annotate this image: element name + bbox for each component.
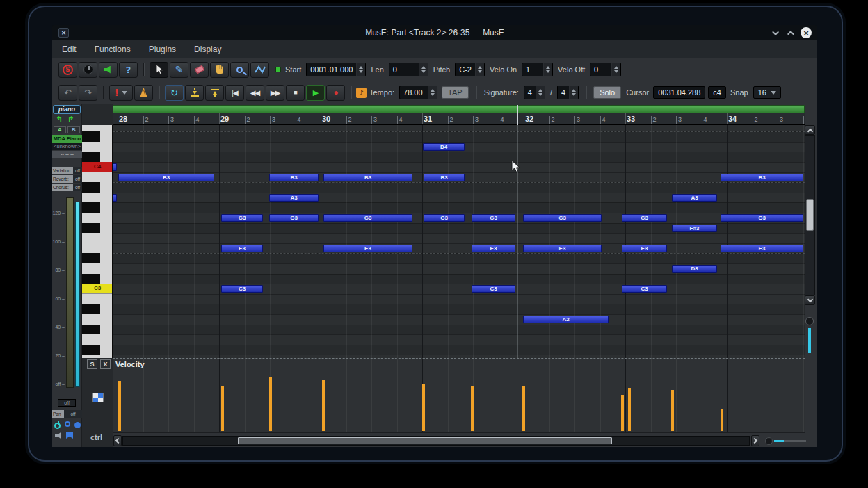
piano-key-D4[interactable] [82,142,113,152]
piano-key-G#3[interactable] [82,202,113,213]
dot-icon[interactable] [74,422,81,428]
vzoom-slider[interactable] [808,328,811,353]
note-E3[interactable]: E3 [221,245,263,252]
note-G3[interactable]: G3 [472,214,515,222]
velocity-x-button[interactable]: X [100,359,111,369]
piano-key-E3[interactable] [82,243,113,254]
maximize-icon[interactable] [787,30,794,37]
part-name-box[interactable]: piano [53,105,81,114]
spinner-arrows-icon[interactable] [543,63,552,76]
b-button[interactable]: B [67,126,80,133]
menu-functions[interactable]: Functions [95,44,131,54]
piano-key-G2[interactable] [82,334,113,345]
piano-key-A#3[interactable] [82,182,113,193]
note-A3[interactable]: A3 [672,194,717,202]
piano-key-C#4[interactable] [82,152,113,162]
piano-key-A3[interactable] [82,193,113,203]
spinner-arrows-icon[interactable] [428,86,437,99]
piano-key-D#4[interactable] [82,131,113,142]
hzoom-knob[interactable] [765,437,773,445]
titlebar[interactable]: × MusE: Part <Track 2> 26-35 — MusE × [52,25,817,40]
hscroll-right-button[interactable] [751,435,760,446]
velocity-bar[interactable] [269,377,272,431]
velo-on-spinbox[interactable]: 1 [522,63,553,76]
piano-key-B3[interactable] [82,172,113,183]
piano-key-D3[interactable] [82,263,113,274]
note-G3[interactable]: G3 [424,214,465,222]
punch-out-button[interactable] [205,85,224,101]
velocity-s-button[interactable]: S [87,359,97,369]
eraser-tool-button[interactable] [190,62,209,78]
stop-button[interactable]: ■ [286,85,305,101]
tempo-spinbox[interactable]: 78.00 [399,86,437,99]
len-spinbox[interactable]: 0 [389,63,428,76]
note-C4[interactable] [113,163,117,171]
velocity-bar[interactable] [721,409,723,431]
vzoom-knob[interactable] [805,317,814,325]
sig-num-spinbox[interactable]: 4 [524,86,545,99]
spinner-arrows-icon[interactable] [356,63,365,76]
note-E3[interactable]: E3 [721,245,803,252]
spinner-arrows-icon[interactable] [569,86,578,99]
piano-key-C3[interactable]: C3 [82,284,113,294]
piano-key-A#2[interactable] [82,304,113,314]
controller-row-variation[interactable]: Variation off [52,167,82,174]
panic-button[interactable]: ! [109,85,133,101]
piano-key-F3[interactable] [82,233,113,243]
punch-in-button[interactable] [185,85,204,101]
patch-name[interactable]: <unknown> [52,143,82,150]
velocity-bar[interactable] [221,386,224,431]
velocity-bar[interactable] [522,386,525,431]
note-B3[interactable]: B3 [118,174,214,181]
timeline-ruler[interactable]: 28234292343023431234322343323434234 [113,113,805,125]
note-E3[interactable]: E3 [523,245,602,252]
volume-slider[interactable] [75,202,80,387]
pan-tool-button[interactable] [210,62,229,78]
midi-thru-button[interactable] [79,62,97,78]
velo-off-spinbox[interactable]: 0 [590,63,621,76]
note-A3[interactable]: A3 [269,194,319,202]
whatsthis-button[interactable]: ? [119,62,138,78]
piano-key-F#2[interactable] [82,345,113,355]
ring-icon[interactable] [65,421,70,427]
controller-row-reverb[interactable]: Reverb: off [52,175,82,183]
piano-key-D#3[interactable] [82,253,113,263]
rewind-button[interactable]: ◀◀ [246,85,264,101]
tempo-master-icon[interactable]: ♪ [356,88,367,98]
volume-off-box[interactable]: off [58,399,76,407]
spinner-arrows-icon[interactable] [475,63,484,76]
note-C3[interactable]: C3 [622,285,667,293]
note-A3[interactable] [113,194,117,202]
start-spinbox[interactable]: 0001.01.000 [306,63,366,76]
next-part-arrow-icon[interactable]: ↱ [67,115,74,124]
hscroll-left-button[interactable] [113,435,122,446]
pitch-spinbox[interactable]: C-2 [455,63,485,76]
forward-button[interactable]: ▶▶ [266,85,284,101]
note-G3[interactable]: G3 [622,214,667,222]
mute-speaker-icon[interactable] [55,432,63,439]
note-G3[interactable]: G3 [221,214,263,222]
velocity-bar[interactable] [628,388,631,431]
velocity-bar[interactable] [621,395,624,431]
zoom-tool-button[interactable] [230,62,249,78]
part-solo-button[interactable]: S [58,62,77,78]
note-C3[interactable]: C3 [221,285,263,293]
hscroll-thumb[interactable] [238,437,612,444]
note-D3[interactable]: D3 [672,265,717,273]
vscroll-down-button[interactable] [805,295,815,305]
line-tool-button[interactable] [250,62,269,78]
note-B3[interactable]: B3 [323,174,412,181]
note-G3[interactable]: G3 [323,214,412,222]
vscroll-thumb[interactable] [806,199,814,231]
note-E3[interactable]: E3 [472,245,515,252]
vscroll-track[interactable] [805,135,815,295]
velocity-bar[interactable] [471,386,474,431]
piano-key-A2[interactable] [82,314,113,325]
note-G3[interactable]: G3 [269,214,319,222]
controller-select-icon[interactable] [92,393,104,402]
pencil-tool-button[interactable]: ✎ [170,62,188,78]
piano-key-C#3[interactable] [82,274,113,284]
solo-button[interactable]: Solo [593,86,621,99]
loop-button[interactable]: ↻ [165,85,184,101]
pointer-tool-button[interactable] [150,62,168,78]
